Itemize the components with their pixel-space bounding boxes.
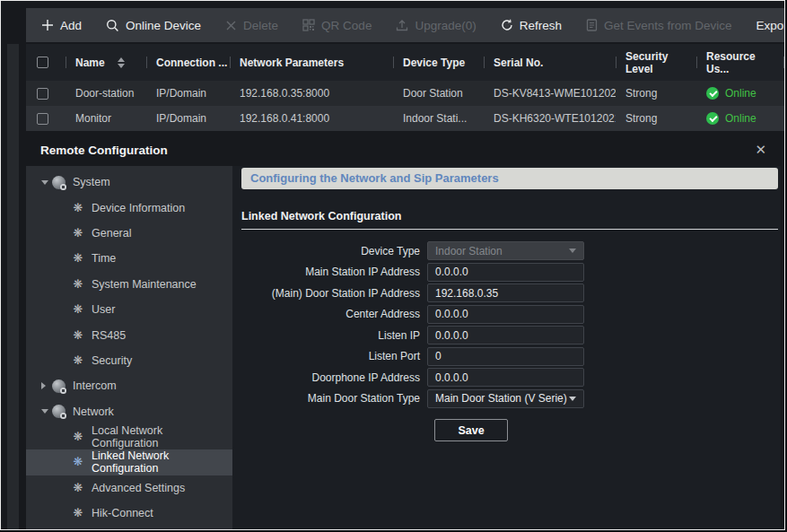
save-button[interactable]: Save xyxy=(434,419,508,441)
listen-ip-field[interactable] xyxy=(427,326,584,344)
sort-icon[interactable] xyxy=(118,57,125,68)
status-badge: Online xyxy=(725,112,756,125)
gear-icon xyxy=(71,456,85,468)
main-door-station-ip-field[interactable] xyxy=(427,283,584,302)
online-check-icon xyxy=(706,87,719,100)
cell-serial: DS-KH6320-WTE1012021... xyxy=(484,112,616,125)
config-panel: Configuring the Network and Sip Paramete… xyxy=(232,166,781,529)
col-name[interactable]: Name xyxy=(66,44,146,81)
cell-device-type: Door Station xyxy=(393,87,484,100)
device-type-select[interactable]: Indoor Station xyxy=(427,241,584,260)
center-address-field[interactable] xyxy=(427,305,584,324)
tree-item-system[interactable]: System xyxy=(26,170,232,195)
listen-ip-label: Listen IP xyxy=(232,329,427,342)
panel-banner: Configuring the Network and Sip Paramete… xyxy=(241,168,778,189)
main-station-ip-field[interactable] xyxy=(427,263,584,282)
linked-network-form: Device Type Indoor Station Main Station … xyxy=(232,241,781,410)
table-row[interactable]: Door-station IP/Domain 192.168.0.35:8000… xyxy=(26,81,784,106)
col-network-parameters[interactable]: Network Parameters xyxy=(230,44,393,81)
add-button[interactable]: Add xyxy=(41,19,82,32)
globe-gear-icon xyxy=(52,379,66,393)
col-serial-no[interactable]: Serial No. xyxy=(484,44,616,81)
section-title: Linked Network Configuration xyxy=(241,210,401,222)
col-connection[interactable]: Connection ... xyxy=(146,44,230,81)
device-table-header: Name Connection ... Network Parameters D… xyxy=(26,44,784,81)
cell-name: Monitor xyxy=(66,112,146,125)
globe-gear-icon xyxy=(52,176,66,189)
col-resource-usage[interactable]: Resource Us... xyxy=(696,44,784,81)
listen-port-label: Listen Port xyxy=(232,350,427,362)
main-station-ip-label: Main Station IP Address xyxy=(232,266,427,278)
cell-name: Door-station xyxy=(66,87,146,100)
table-row[interactable]: Monitor IP/Domain 192.168.0.41:8000 Indo… xyxy=(26,106,784,131)
tree-item-linked-network-configuration[interactable]: Linked Network Configuration xyxy=(26,449,232,475)
tree-item-advanced-settings[interactable]: Advanced Settings xyxy=(26,475,232,501)
tree-item-user[interactable]: User xyxy=(26,297,232,322)
online-check-icon xyxy=(706,112,719,125)
globe-gear-icon xyxy=(52,405,66,418)
cell-device-type: Indoor Stati... xyxy=(393,112,484,125)
search-icon xyxy=(106,19,119,32)
cell-network: 192.168.0.41:8000 xyxy=(230,112,393,125)
cell-resource: Online xyxy=(696,112,784,125)
doorphone-ip-label: Doorphone IP Address xyxy=(232,371,427,384)
tree-item-security[interactable]: Security xyxy=(26,348,232,373)
tree-item-time[interactable]: Time xyxy=(26,246,232,271)
chevron-down-icon xyxy=(569,397,576,401)
cell-network: 192.168.0.35:8000 xyxy=(230,87,393,100)
qr-code-icon xyxy=(302,19,315,31)
status-badge: Online xyxy=(725,87,756,100)
chevron-down-icon[interactable] xyxy=(41,180,52,185)
qr-code-button[interactable]: QR Code xyxy=(302,19,372,32)
tree-item-local-network-configuration[interactable]: Local Network Configuration xyxy=(26,424,232,449)
tree-item-rs485[interactable]: RS485 xyxy=(26,322,232,347)
cell-connection: IP/Domain xyxy=(146,112,230,125)
delete-button[interactable]: Delete xyxy=(225,19,278,32)
tree-item-hik-connect[interactable]: Hik-Connect xyxy=(26,501,232,526)
tree-item-intercom[interactable]: Intercom xyxy=(26,373,232,398)
main-door-station-ip-label: (Main) Door Station IP Address xyxy=(232,287,427,300)
tree-item-system-maintenance[interactable]: System Maintenance xyxy=(26,272,232,297)
cell-resource: Online xyxy=(696,87,784,100)
document-icon xyxy=(586,19,598,31)
close-icon xyxy=(225,20,237,31)
refresh-icon xyxy=(501,19,513,31)
gear-icon xyxy=(71,252,85,265)
tree-item-network[interactable]: Network xyxy=(26,399,232,424)
chevron-down-icon[interactable] xyxy=(41,409,52,414)
get-events-button[interactable]: Get Events from Device xyxy=(586,19,732,32)
main-door-station-type-select[interactable]: Main Door Station (V Serie) xyxy=(427,389,584,408)
row-checkbox[interactable] xyxy=(37,113,48,125)
gear-icon xyxy=(71,482,85,494)
remote-configuration-dialog: Remote Configuration ✕ System Device Inf… xyxy=(26,134,781,529)
select-all-checkbox[interactable] xyxy=(37,57,48,68)
gear-icon xyxy=(71,202,85,214)
chevron-right-icon[interactable] xyxy=(41,382,52,389)
col-security-level[interactable]: Security Level xyxy=(616,44,696,81)
gear-icon xyxy=(71,329,85,342)
dialog-title: Remote Configuration xyxy=(40,144,168,157)
online-device-button[interactable]: Online Device xyxy=(106,19,201,32)
upload-icon xyxy=(396,19,408,31)
gear-icon xyxy=(71,507,85,519)
chevron-down-icon xyxy=(569,249,576,253)
doorphone-ip-field[interactable] xyxy=(427,368,584,387)
plus-icon xyxy=(41,19,54,31)
center-address-label: Center Address xyxy=(232,308,427,320)
upgrade-button[interactable]: Upgrade(0) xyxy=(396,19,476,32)
close-icon[interactable]: ✕ xyxy=(755,142,766,158)
export-device-button[interactable]: Export Device xyxy=(756,19,785,32)
main-door-station-type-label: Main Door Station Type xyxy=(232,392,427,405)
gear-icon xyxy=(71,227,85,240)
cell-security: Strong xyxy=(616,112,696,125)
config-tree: System Device Information General Time S… xyxy=(26,166,232,529)
tree-item-device-information[interactable]: Device Information xyxy=(26,195,232,220)
listen-port-field[interactable] xyxy=(427,347,584,366)
col-device-type[interactable]: Device Type xyxy=(393,44,484,81)
dialog-titlebar: Remote Configuration ✕ xyxy=(26,134,781,166)
refresh-button[interactable]: Refresh xyxy=(501,19,562,32)
row-checkbox[interactable] xyxy=(37,88,48,100)
select-all-cell xyxy=(26,44,66,81)
tree-item-general[interactable]: General xyxy=(26,221,232,246)
gear-icon xyxy=(71,431,85,443)
